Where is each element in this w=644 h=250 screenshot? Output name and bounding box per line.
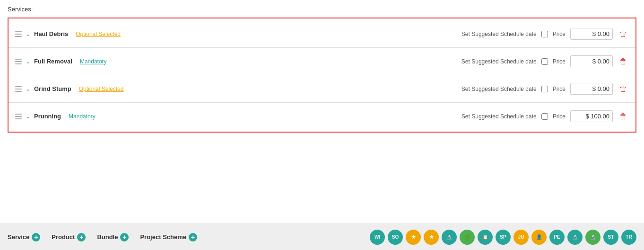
service-plus-icon[interactable]: + [32,233,40,241]
avatar[interactable]: PE [549,230,565,245]
add-product-button[interactable]: Product + [52,233,86,241]
chevron-down-icon[interactable]: ⌄ [26,113,30,120]
schedule-checkbox[interactable] [541,31,548,37]
price-input[interactable] [570,28,613,40]
service-right-1: Set Suggested Schedule date Price 🗑 [461,55,629,67]
delete-icon[interactable]: 🗑 [618,56,629,67]
delete-icon[interactable]: 🗑 [618,29,629,39]
service-name: Haul Debris [34,30,68,37]
price-label: Price [553,58,566,65]
avatar[interactable]: ST [603,230,618,245]
add-bundle-button[interactable]: Bundle + [97,233,129,241]
drag-handle-icon[interactable] [15,114,22,119]
service-left-1: ⌄ Full Removal Mandatory [15,58,461,65]
avatar[interactable]: WI [370,230,385,245]
service-left-2: ⌄ Grind Stump Optional Selected [15,85,461,92]
avatar[interactable]: 🔬 [585,230,600,245]
service-name: Full Removal [34,58,72,65]
product-plus-icon[interactable]: + [77,233,86,241]
avatar[interactable]: JU [513,230,529,245]
delete-icon[interactable]: 🗑 [618,111,629,122]
add-service-button[interactable]: Service + [8,233,40,241]
schedule-label: Set Suggested Schedule date [461,86,537,92]
delete-icon[interactable]: 🗑 [618,84,629,94]
service-right-2: Set Suggested Schedule date Price 🗑 [461,83,629,95]
add-project-scheme-button[interactable]: Project Scheme + [140,233,197,241]
schedule-label: Set Suggested Schedule date [461,31,537,37]
service-name: Prunning [34,113,61,120]
project-scheme-plus-icon[interactable]: + [189,233,197,241]
service-badge[interactable]: Optional Selected [79,86,124,92]
drag-handle-icon[interactable] [15,31,22,37]
avatar[interactable]: 🔬 [567,230,583,245]
avatar[interactable]: ★ [406,230,421,245]
chevron-down-icon[interactable]: ⌄ [26,58,30,65]
service-row: ⌄ Haul Debris Optional Selected Set Sugg… [9,20,635,48]
price-input[interactable] [570,110,613,122]
project-scheme-label: Project Scheme [140,233,186,241]
drag-handle-icon[interactable] [15,86,22,92]
service-name: Grind Stump [34,85,71,92]
bundle-label: Bundle [97,233,118,241]
service-left-3: ⌄ Prunning Mandatory [15,113,461,120]
avatar[interactable]: SP [496,230,511,245]
service-badge[interactable]: Mandatory [80,58,107,65]
drag-handle-icon[interactable] [15,59,22,64]
bottom-toolbar: Service + Product + Bundle + Project Sch… [0,223,644,250]
schedule-checkbox[interactable] [541,58,548,65]
service-right-0: Set Suggested Schedule date Price 🗑 [461,28,629,40]
price-label: Price [553,113,566,120]
avatar[interactable]: ★ [424,230,439,245]
chevron-down-icon[interactable]: ⌄ [26,86,30,92]
service-row: ⌄ Full Removal Mandatory Set Suggested S… [9,48,635,75]
price-input[interactable] [570,55,613,67]
price-input[interactable] [570,83,613,95]
price-label: Price [553,86,566,92]
avatar[interactable]: 👤 [531,230,547,245]
services-container: ⌄ Haul Debris Optional Selected Set Sugg… [8,18,636,133]
avatar[interactable]: 🌿 [460,230,475,245]
schedule-label: Set Suggested Schedule date [461,58,537,65]
price-label: Price [553,31,566,37]
avatar[interactable]: SO [388,230,403,245]
avatar[interactable]: 🔬 [442,230,457,245]
avatar-group: WISO★★🔬🌿📋SPJU👤PE🔬🔬STTR [370,230,636,245]
services-heading: Services: [8,6,636,13]
chevron-down-icon[interactable]: ⌄ [26,31,30,37]
service-row: ⌄ Grind Stump Optional Selected Set Sugg… [9,75,635,103]
service-row: ⌄ Prunning Mandatory Set Suggested Sched… [9,103,635,130]
service-label: Service [8,233,29,241]
schedule-label: Set Suggested Schedule date [461,113,537,120]
service-badge[interactable]: Mandatory [69,113,96,120]
schedule-checkbox[interactable] [541,86,548,92]
bundle-plus-icon[interactable]: + [120,233,129,241]
service-left-0: ⌄ Haul Debris Optional Selected [15,30,461,37]
service-badge[interactable]: Optional Selected [76,31,121,37]
avatar[interactable]: TR [621,230,636,245]
service-right-3: Set Suggested Schedule date Price 🗑 [461,110,629,122]
avatar[interactable]: 📋 [478,230,493,245]
product-label: Product [52,233,75,241]
schedule-checkbox[interactable] [541,113,548,120]
